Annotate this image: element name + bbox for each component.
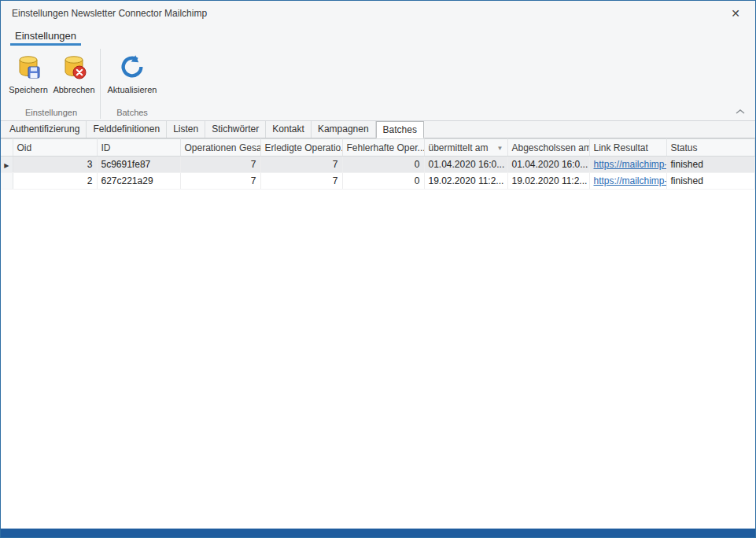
aktualisieren-label: Aktualisieren bbox=[108, 85, 157, 94]
row-indicator-cell: ▶ bbox=[1, 157, 13, 173]
cell-fehlerhafte-operationen: 0 bbox=[342, 157, 424, 173]
tab-authentifizierung[interactable]: Authentifizierung bbox=[3, 121, 87, 138]
cell-uebermittelt-am: 01.04.2020 16:0... bbox=[424, 157, 507, 173]
cell-fehlerhafte-operationen: 0 bbox=[342, 173, 424, 190]
tab-listen[interactable]: Listen bbox=[167, 121, 205, 138]
window-title: Einstellungen Newsletter Connector Mailc… bbox=[12, 8, 724, 19]
link-resultat-link[interactable]: https://mailchimp-... bbox=[594, 175, 667, 186]
tab-stichwoerter[interactable]: Stichwörter bbox=[205, 121, 266, 138]
grid-header-uebermittelt-am[interactable]: ▼ übermittelt am bbox=[424, 139, 507, 157]
current-row-icon: ▶ bbox=[4, 162, 9, 169]
row-indicator-cell bbox=[1, 173, 13, 190]
grid-header-status[interactable]: Status bbox=[666, 139, 755, 157]
cell-status: finished bbox=[666, 157, 755, 173]
tab-kontakt[interactable]: Kontakt bbox=[266, 121, 312, 138]
chevron-up-icon bbox=[736, 104, 745, 118]
tab-batches[interactable]: Batches bbox=[376, 121, 424, 138]
cell-oid: 3 bbox=[13, 157, 97, 173]
cell-oid: 2 bbox=[13, 173, 97, 190]
speichern-button[interactable]: Speichern bbox=[6, 50, 51, 98]
cell-status: finished bbox=[666, 173, 755, 190]
page-tabstrip: Authentifizierung Felddefinitionen Liste… bbox=[1, 121, 755, 138]
grid-header-indicator bbox=[1, 139, 13, 157]
tab-felddefinitionen[interactable]: Felddefinitionen bbox=[87, 121, 167, 138]
refresh-icon bbox=[119, 53, 146, 80]
cell-uebermittelt-am: 19.02.2020 11:2... bbox=[424, 173, 507, 190]
speichern-label: Speichern bbox=[9, 85, 48, 94]
ribbon-tab-einstellungen[interactable]: Einstellungen bbox=[10, 28, 81, 46]
cell-id: 627c221a29 bbox=[97, 173, 180, 190]
ribbon-group-einstellungen: Speichern Abbrechen Einstellungen bbox=[6, 46, 97, 120]
abbrechen-label: Abbrechen bbox=[53, 85, 94, 94]
ribbon-collapse-button[interactable] bbox=[733, 105, 747, 117]
cell-erledigte-operationen: 7 bbox=[260, 173, 342, 190]
close-button[interactable]: ✕ bbox=[724, 2, 747, 25]
cell-operationen-gesamt: 7 bbox=[180, 157, 260, 173]
database-cancel-icon bbox=[61, 53, 87, 80]
table-row[interactable]: 2 627c221a29 7 7 0 19.02.2020 11:2... 19… bbox=[1, 173, 755, 190]
cell-erledigte-operationen: 7 bbox=[260, 157, 342, 173]
bottom-accent-bar bbox=[1, 529, 755, 537]
uebermittelt-am-label: übermittelt am bbox=[429, 142, 489, 153]
grid-header-id[interactable]: ID bbox=[97, 139, 180, 157]
grid-header-fehlerhafte-operationen[interactable]: Fehlerhafte Oper... bbox=[342, 139, 424, 157]
grid-header-oid[interactable]: Oid bbox=[13, 139, 97, 157]
settings-window: Einstellungen Newsletter Connector Mailc… bbox=[0, 0, 756, 538]
cell-operationen-gesamt: 7 bbox=[180, 173, 260, 190]
ribbon: Speichern Abbrechen Einstellungen bbox=[1, 46, 755, 121]
database-save-icon bbox=[15, 53, 42, 80]
abbrechen-button[interactable]: Abbrechen bbox=[51, 50, 97, 98]
tab-kampagnen[interactable]: Kampagnen bbox=[312, 121, 376, 138]
grid-header-link-resultat[interactable]: Link Resultat bbox=[589, 139, 666, 157]
group-label-einstellungen: Einstellungen bbox=[6, 106, 97, 120]
cell-link-resultat: https://mailchimp-... bbox=[589, 173, 666, 190]
link-resultat-link[interactable]: https://mailchimp-... bbox=[594, 159, 667, 170]
title-bar: Einstellungen Newsletter Connector Mailc… bbox=[1, 1, 755, 25]
ribbon-group-separator bbox=[100, 49, 101, 119]
cell-id: 5c9691fe87 bbox=[97, 157, 180, 173]
cell-abgeschlossen-am: 19.02.2020 11:2... bbox=[507, 173, 589, 190]
grid-header-abgeschlossen-am[interactable]: Abgescholssen am bbox=[507, 139, 589, 157]
grid-header-row: Oid ID Operationen Gesa... Erledigte Ope… bbox=[1, 139, 755, 157]
batches-grid-area: Oid ID Operationen Gesa... Erledigte Ope… bbox=[1, 138, 755, 529]
group-label-batches: Batches bbox=[104, 106, 160, 120]
ribbon-group-batches: Aktualisieren Batches bbox=[104, 46, 160, 120]
ribbon-tab-row: Einstellungen bbox=[1, 25, 755, 46]
aktualisieren-button[interactable]: Aktualisieren bbox=[104, 50, 160, 98]
cell-abgeschlossen-am: 01.04.2020 16:0... bbox=[507, 157, 589, 173]
cell-link-resultat: https://mailchimp-... bbox=[589, 157, 666, 173]
grid-header-operationen-gesamt[interactable]: Operationen Gesa... bbox=[180, 139, 260, 157]
grid-header-erledigte-operationen[interactable]: Erledigte Operatio... bbox=[260, 139, 342, 157]
table-row[interactable]: ▶ 3 5c9691fe87 7 7 0 01.04.2020 16:0... … bbox=[1, 157, 755, 173]
batches-table: Oid ID Operationen Gesa... Erledigte Ope… bbox=[1, 138, 755, 190]
sort-desc-icon[interactable]: ▼ bbox=[497, 145, 503, 152]
